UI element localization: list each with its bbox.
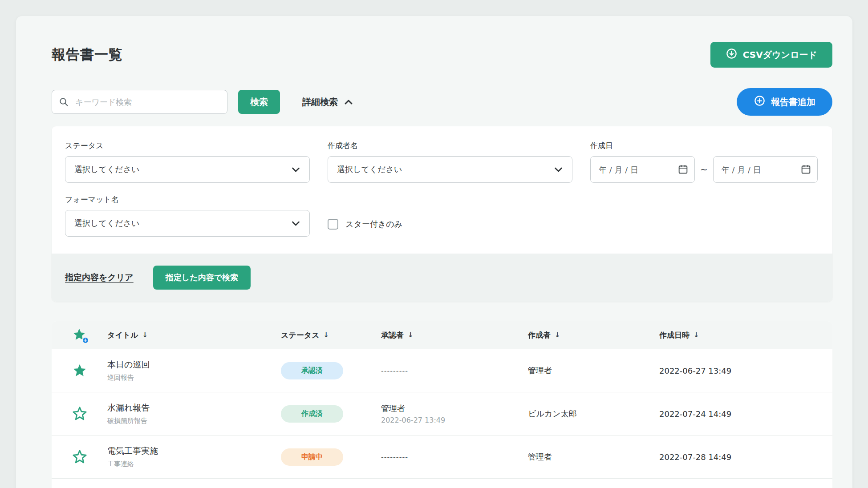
download-circle-icon [726, 48, 738, 62]
calendar-icon[interactable] [677, 164, 689, 176]
csv-download-label: CSVダウンロード [743, 49, 817, 61]
created-at: 2022-07-28 14:49 [659, 452, 731, 462]
column-header-status[interactable]: ステータス ↓ [281, 330, 381, 340]
sort-down-icon: ↓ [324, 331, 329, 339]
creator-select[interactable]: 選択してください [328, 156, 572, 183]
chevron-up-icon [344, 97, 353, 107]
filter-search-button[interactable]: 指定した内容で検索 [153, 266, 251, 290]
status-badge: 申請中 [281, 448, 343, 466]
search-box [52, 90, 227, 114]
star-filled-icon[interactable] [72, 363, 87, 378]
advanced-search-fields: ステータス 選択してください 作成者名 選択してください [52, 126, 832, 254]
format-select[interactable]: 選択してください [65, 210, 310, 237]
column-header-creator[interactable]: 作成者 ↓ [528, 330, 659, 340]
star-outline-icon[interactable] [72, 406, 87, 421]
column-header-title[interactable]: タイトル ↓ [107, 330, 281, 340]
creator-name: 管理者 [528, 366, 552, 375]
plus-badge: + [82, 337, 89, 344]
sort-down-icon: ↓ [408, 331, 414, 339]
report-format: 破損箇所報告 [107, 417, 281, 425]
calendar-icon[interactable] [800, 164, 811, 176]
plus-circle-icon [754, 95, 766, 109]
approver-name: 管理者 [381, 403, 528, 414]
column-header-title-label: タイトル [107, 330, 138, 340]
column-header-creator-label: 作成者 [528, 330, 551, 340]
column-header-approver-label: 承認者 [381, 330, 404, 340]
creator-filter-label: 作成者名 [328, 141, 572, 151]
chevron-down-icon [291, 165, 300, 174]
report-format: 巡回報告 [107, 374, 281, 382]
table-header-row: + タイトル ↓ ステータス ↓ 承認者 ↓ 作成者 ↓ 作成日時 ↓ [52, 321, 832, 349]
report-title[interactable]: 電気工事実施 [107, 445, 281, 457]
report-title[interactable]: 本日の巡回 [107, 359, 281, 371]
status-select[interactable]: 選択してください [65, 156, 310, 183]
format-filter: フォーマット名 選択してください [65, 194, 310, 237]
table-row: 本日の巡回 巡回報告 承認済 --------- 管理者 2022-06-27 … [52, 349, 832, 392]
search-left: 検索 詳細検索 [52, 90, 353, 114]
format-filter-label: フォーマット名 [65, 194, 310, 205]
chevron-down-icon [291, 219, 300, 228]
created-at: 2022-06-27 13:49 [659, 366, 731, 375]
table-row: 水漏れ報告 破損箇所報告 作成済 管理者 2022-06-27 13:49 ビル… [52, 392, 832, 435]
sort-down-icon: ↓ [694, 331, 699, 339]
starred-only-label: スター付きのみ [345, 219, 402, 230]
status-select-value: 選択してください [74, 164, 140, 175]
starred-only-checkbox[interactable] [328, 219, 338, 230]
sort-down-icon: ↓ [555, 331, 560, 339]
status-badge: 作成済 [281, 405, 343, 423]
page-header: 報告書一覧 CSVダウンロード [52, 42, 832, 68]
column-header-status-label: ステータス [281, 330, 320, 340]
approver-empty: --------- [381, 453, 528, 461]
created-date-filter: 作成日 ~ [590, 141, 818, 183]
creator-name: ビルカン太郎 [528, 409, 577, 418]
status-badge: 承認済 [281, 362, 343, 379]
report-title[interactable]: 水漏れ報告 [107, 402, 281, 414]
advanced-search-toggle[interactable]: 詳細検索 [302, 96, 353, 108]
date-to-field [713, 156, 818, 183]
table-row: 本日の清掃 下書き 管理者 ビルカン三郎 2022-07-28 15:49 [52, 478, 832, 488]
star-add-icon[interactable]: + [72, 327, 87, 343]
report-format: 工事連絡 [107, 460, 281, 468]
search-icon [58, 97, 69, 109]
chevron-down-icon [554, 165, 563, 174]
column-header-created-at[interactable]: 作成日時 ↓ [659, 330, 832, 340]
status-filter-label: ステータス [65, 141, 310, 151]
search-button[interactable]: 検索 [238, 90, 280, 114]
approver-empty: --------- [381, 367, 528, 375]
csv-download-button[interactable]: CSVダウンロード [710, 42, 832, 68]
add-report-button[interactable]: 報告書追加 [737, 88, 832, 116]
star-outline-icon[interactable] [72, 449, 87, 464]
table-row: 電気工事実施 工事連絡 申請中 --------- 管理者 2022-07-28… [52, 435, 832, 478]
advanced-search-label: 詳細検索 [302, 96, 338, 108]
search-input[interactable] [52, 90, 227, 114]
created-at: 2022-07-24 14:49 [659, 409, 731, 419]
created-date-label: 作成日 [590, 141, 818, 151]
column-header-created-at-label: 作成日時 [659, 330, 690, 340]
format-select-value: 選択してください [74, 218, 140, 229]
add-report-label: 報告書追加 [771, 96, 815, 108]
date-from-field [590, 156, 695, 183]
creator-filter: 作成者名 選択してください [328, 141, 572, 183]
status-filter: ステータス 選択してください [65, 141, 310, 183]
sort-down-icon: ↓ [142, 331, 148, 339]
creator-name: 管理者 [528, 452, 552, 461]
report-table: + タイトル ↓ ステータス ↓ 承認者 ↓ 作成者 ↓ 作成日時 ↓ [52, 321, 832, 488]
advanced-search-footer: 指定内容をクリア 指定した内容で検索 [52, 254, 832, 302]
approved-at: 2022-06-27 13:49 [381, 416, 528, 424]
starred-only-group: スター付きのみ [328, 219, 402, 230]
column-header-star[interactable]: + [52, 327, 107, 343]
main-card: 報告書一覧 CSVダウンロード 検索 [16, 16, 852, 488]
creator-select-value: 選択してください [337, 164, 402, 175]
search-row: 検索 詳細検索 報告書追加 [52, 88, 832, 116]
page-title: 報告書一覧 [52, 45, 123, 64]
date-range-separator: ~ [700, 164, 708, 175]
advanced-search-panel: ステータス 選択してください 作成者名 選択してください [52, 126, 832, 302]
clear-filters-link[interactable]: 指定内容をクリア [65, 272, 134, 283]
column-header-approver[interactable]: 承認者 ↓ [381, 330, 528, 340]
